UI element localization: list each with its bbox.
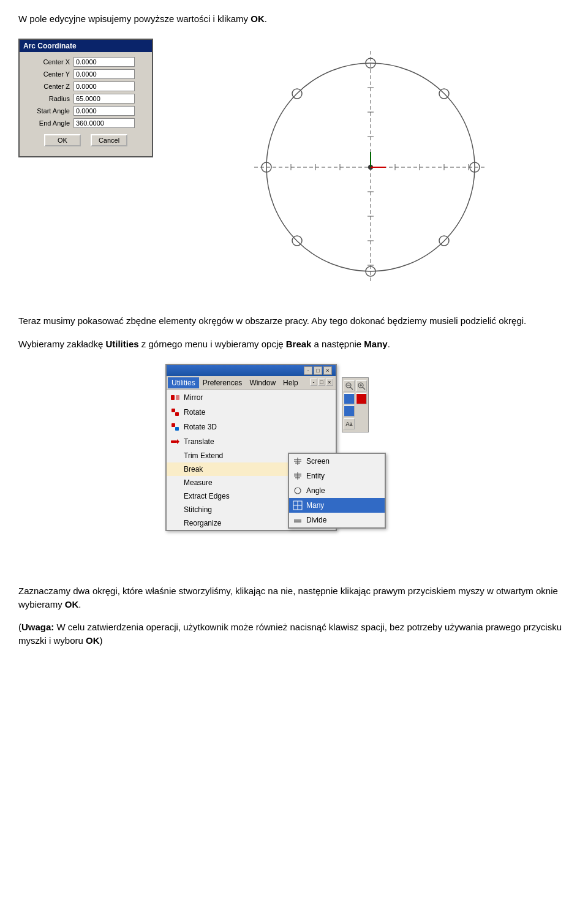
- arc-label-centery: Center Y: [23, 70, 74, 78]
- arc-value-centery[interactable]: 0.0000: [74, 69, 135, 79]
- svg-line-42: [363, 387, 365, 390]
- menu-top-bar: Utilities Preferences Window Help - □ ×: [167, 376, 336, 390]
- arc-value-endangle[interactable]: 360.0000: [74, 118, 135, 128]
- rotate-icon: [170, 407, 180, 417]
- zoom-in-svg: [357, 382, 366, 390]
- submenu-item-many[interactable]: Many: [289, 498, 385, 513]
- text-start: Wybieramy zakładkę: [18, 339, 105, 349]
- bottom-ok1-bold: OK: [65, 599, 79, 609]
- arc-cancel-button[interactable]: Cancel: [91, 134, 127, 146]
- svg-point-51: [295, 488, 301, 494]
- menu-restore-icon[interactable]: □: [318, 379, 325, 386]
- toolbar-icon-blue2[interactable]: [344, 406, 355, 417]
- submenu-item-divide[interactable]: Divide: [289, 513, 385, 527]
- svg-rect-28: [171, 395, 175, 400]
- submenu-item-entity[interactable]: Entity: [289, 469, 385, 483]
- close-button[interactable]: ×: [323, 366, 332, 375]
- submenu-panel: Screen Entity Angle Many Divide: [288, 453, 386, 529]
- toolbar-row-2: [344, 393, 367, 417]
- maximize-button[interactable]: □: [314, 366, 322, 375]
- menu-item-mirror-label: Mirror: [184, 393, 203, 402]
- arc-ok-button[interactable]: OK: [44, 134, 81, 146]
- arc-value-radius[interactable]: 65.0000: [74, 94, 135, 104]
- menu-tab-window[interactable]: Window: [246, 377, 279, 388]
- arc-value-centerx[interactable]: 0.0000: [74, 57, 135, 67]
- arc-dialog-buttons: OK Cancel: [23, 134, 148, 151]
- svg-rect-31: [175, 412, 179, 416]
- arc-dialog-title: Arc Coordinate: [20, 40, 152, 52]
- svg-rect-32: [172, 423, 175, 427]
- svg-rect-30: [172, 409, 175, 412]
- menu-tab-help[interactable]: Help: [279, 377, 302, 388]
- text-para-1: Teraz musimy pokasować zbędne elementy o…: [18, 314, 570, 328]
- arc-row-centery: Center Y 0.0000: [23, 69, 148, 79]
- submenu-item-angle[interactable]: Angle: [289, 483, 385, 498]
- aa-label: Aa: [345, 421, 352, 427]
- menu-item-measure-label: Measure: [184, 478, 213, 487]
- svg-line-38: [350, 387, 353, 390]
- text-section-2: Wybieramy zakładkę Utilities z górnego m…: [18, 338, 570, 352]
- submenu-divide-label: Divide: [306, 516, 326, 524]
- menu-tab-utilities[interactable]: Utilities: [168, 377, 199, 388]
- submenu-many-label: Many: [306, 501, 324, 510]
- toolbar-row-1: [344, 380, 367, 391]
- arc-dialog-body: Center X 0.0000 Center Y 0.0000 Center Z…: [20, 52, 152, 156]
- submenu-entity-label: Entity: [306, 472, 325, 480]
- menu-tab-preferences[interactable]: Preferences: [199, 377, 246, 388]
- divide-icon: [293, 515, 303, 525]
- arc-value-centerz[interactable]: 0.0000: [74, 81, 135, 91]
- text-final: .: [388, 339, 390, 349]
- menu-close-icon[interactable]: ×: [326, 379, 333, 386]
- svg-rect-29: [176, 395, 179, 400]
- top-section: Arc Coordinate Center X 0.0000 Center Y …: [18, 39, 570, 296]
- menu-item-rotate[interactable]: Rotate: [167, 405, 336, 420]
- bottom-para-2: (Uwaga: W celu zatwierdzenia operacji, u…: [18, 621, 570, 648]
- text-para-2: Wybieramy zakładkę Utilities z górnego m…: [18, 338, 570, 352]
- toolbar-icon-zoom-in[interactable]: [356, 380, 367, 391]
- arc-row-startangle: Start Angle 0.0000: [23, 106, 148, 116]
- arc-label-radius: Radius: [23, 95, 74, 102]
- submenu-item-screen[interactable]: Screen: [289, 454, 385, 469]
- text-mid: z górnego menu i wybieramy opcję: [139, 339, 286, 349]
- intro-paragraph: W pole edycyjne wpisujemy powyższe warto…: [18, 12, 570, 26]
- menu-minimize-icon[interactable]: -: [310, 379, 317, 386]
- submenu-screen-label: Screen: [306, 457, 330, 466]
- toolbar-row-3: Aa: [344, 418, 367, 429]
- menu-titlebar: - □ ×: [167, 365, 336, 376]
- break-bold: Break: [286, 339, 312, 349]
- arc-row-radius: Radius 65.0000: [23, 94, 148, 104]
- intro-text-end: .: [265, 13, 267, 24]
- zoom-out-svg: [345, 382, 353, 390]
- bottom-text1-end: .: [78, 599, 81, 609]
- menu-screenshot-area: - □ × Utilities Preferences Window Help …: [18, 364, 570, 572]
- screen-icon: [293, 456, 303, 466]
- menu-item-translate[interactable]: Translate: [167, 434, 336, 449]
- menu-item-translate-label: Translate: [184, 437, 214, 446]
- text-section-1: Teraz musimy pokasować zbędne elementy o…: [18, 314, 570, 328]
- toolbar-icon-blue1[interactable]: [344, 393, 355, 404]
- menu-item-rotate3d[interactable]: Rotate 3D: [167, 420, 336, 434]
- menu-item-extractedges-label: Extract Edges: [184, 492, 230, 500]
- menu-item-break-label: Break: [184, 465, 203, 474]
- minimize-button[interactable]: -: [304, 366, 312, 375]
- intro-ok-bold: OK: [251, 13, 265, 24]
- translate-icon: [170, 437, 180, 447]
- bottom-text-1: Zaznaczamy dwa okręgi, które właśnie stw…: [18, 584, 570, 612]
- rotate3d-icon: [170, 422, 180, 432]
- close-paren: ): [100, 635, 103, 646]
- many-icon: [293, 500, 303, 510]
- svg-marker-35: [177, 439, 179, 444]
- arc-row-endangle: End Angle 360.0000: [23, 118, 148, 128]
- arc-value-startangle[interactable]: 0.0000: [74, 106, 135, 116]
- menu-item-trimextend-label: Trim Extend: [184, 451, 223, 460]
- angle-icon: [293, 486, 303, 496]
- svg-rect-33: [175, 427, 179, 431]
- toolbar-icon-aa[interactable]: Aa: [344, 418, 355, 429]
- many-bold: Many: [364, 339, 387, 349]
- arc-label-endangle: End Angle: [23, 119, 74, 127]
- menu-item-mirror[interactable]: Mirror: [167, 390, 336, 405]
- toolbar-panel: Aa: [342, 377, 369, 432]
- toolbar-icon-red[interactable]: [356, 393, 367, 404]
- menu-title-buttons: - □ ×: [304, 366, 332, 375]
- toolbar-icon-zoom-out[interactable]: [344, 380, 355, 391]
